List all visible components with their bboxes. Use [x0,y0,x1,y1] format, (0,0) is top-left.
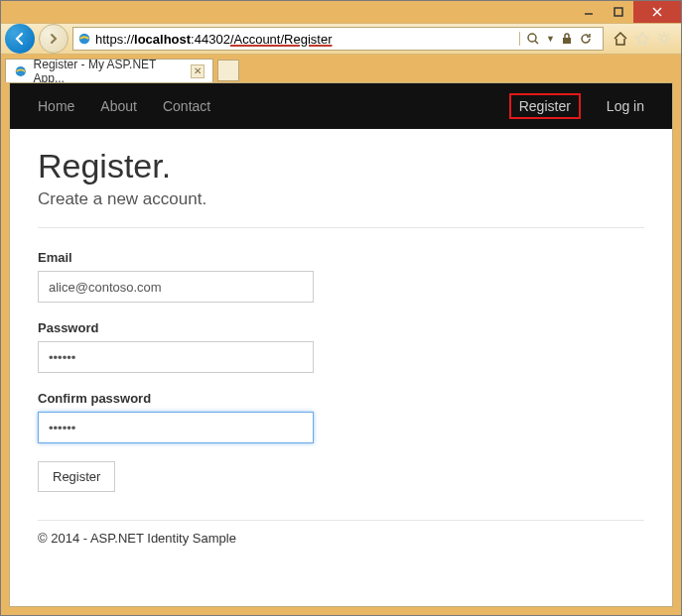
favorites-icon[interactable] [633,30,651,48]
maximize-button[interactable] [604,1,633,23]
new-tab-button[interactable] [217,60,239,81]
svg-point-5 [528,34,536,42]
tab-strip: Register - My ASP.NET App... ✕ [1,55,681,82]
address-bar[interactable]: https://localhost:44302/Account/Register… [72,27,604,51]
url-path: /Account/Register [230,32,333,47]
refresh-icon[interactable] [579,32,593,46]
ie-icon [14,64,28,78]
page-subheading: Create a new account. [38,189,644,209]
url-host: localhost [134,32,191,47]
footer-divider [38,520,644,521]
nav-register-highlight: Register [509,93,581,119]
browser-window: https://localhost:44302/Account/Register… [0,0,682,616]
toolbar-icons [608,30,677,48]
nav-left: Home About Contact [38,98,210,114]
footer-text: © 2014 - ASP.NET Identity Sample [38,531,644,546]
back-button[interactable] [5,24,35,54]
nav-about[interactable]: About [100,98,137,114]
nav-home[interactable]: Home [38,98,74,114]
site-navbar: Home About Contact Register Log in [10,83,672,129]
svg-rect-7 [563,38,571,44]
minimize-button[interactable] [574,1,604,23]
home-icon[interactable] [612,30,629,48]
confirm-password-field[interactable] [38,412,314,443]
page-content: Register. Create a new account. Email Pa… [10,129,672,563]
nav-contact[interactable]: Contact [163,98,210,114]
svg-line-15 [659,43,661,45]
register-button[interactable]: Register [38,461,115,492]
window-titlebar [1,1,681,23]
svg-line-16 [668,34,670,36]
ie-icon [77,32,91,46]
tab-title: Register - My ASP.NET App... [34,58,186,85]
svg-line-13 [659,34,661,36]
browser-toolbar: https://localhost:44302/Account/Register… [1,23,681,55]
password-label: Password [38,320,644,335]
search-icon[interactable] [526,32,540,46]
form-group-email: Email [38,250,644,303]
browser-tab[interactable]: Register - My ASP.NET App... ✕ [5,59,213,82]
email-field[interactable] [38,271,314,303]
nav-login[interactable]: Log in [607,98,644,114]
nav-register[interactable]: Register [519,98,571,114]
url-text: https://localhost:44302/Account/Register [95,32,515,47]
tab-close-icon[interactable]: ✕ [191,64,205,78]
url-scheme: https:// [95,32,134,47]
page-viewport: Home About Contact Register Log in Regis… [9,82,673,607]
svg-line-6 [535,41,538,44]
nav-right: Register Log in [509,93,644,119]
form-group-password: Password [38,320,644,373]
dropdown-icon[interactable]: ▼ [546,34,555,44]
form-group-confirm: Confirm password [38,391,644,443]
close-button[interactable] [633,1,681,23]
confirm-label: Confirm password [38,391,644,406]
page-heading: Register. [38,147,644,185]
settings-icon[interactable] [655,30,673,48]
forward-button[interactable] [39,24,68,54]
password-field[interactable] [38,341,314,373]
svg-rect-1 [614,8,622,16]
lock-icon[interactable] [561,33,573,45]
url-port: :44302 [191,32,230,47]
address-bar-controls: ▼ [519,32,599,46]
divider [38,227,644,228]
email-label: Email [38,250,644,265]
svg-line-14 [668,43,670,45]
svg-point-8 [661,36,667,42]
